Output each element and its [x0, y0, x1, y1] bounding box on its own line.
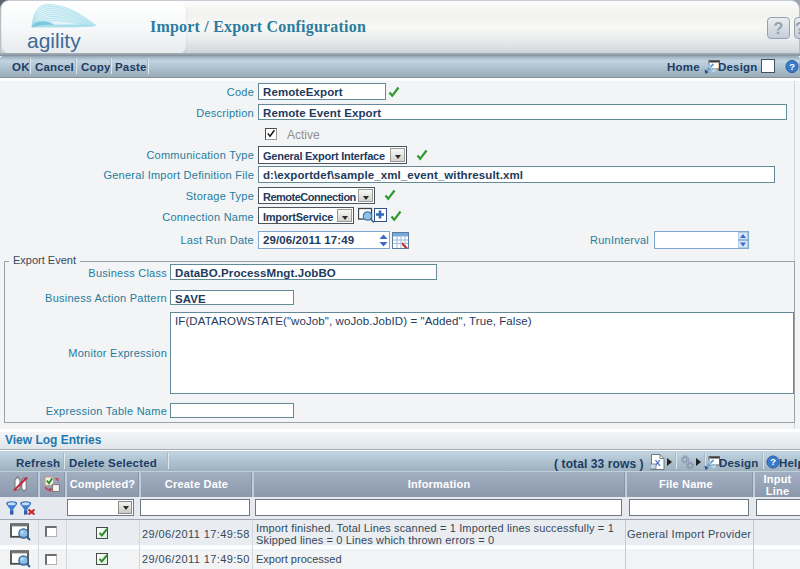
svg-text:?: ?: [770, 457, 776, 467]
svg-text:?: ?: [789, 62, 795, 72]
